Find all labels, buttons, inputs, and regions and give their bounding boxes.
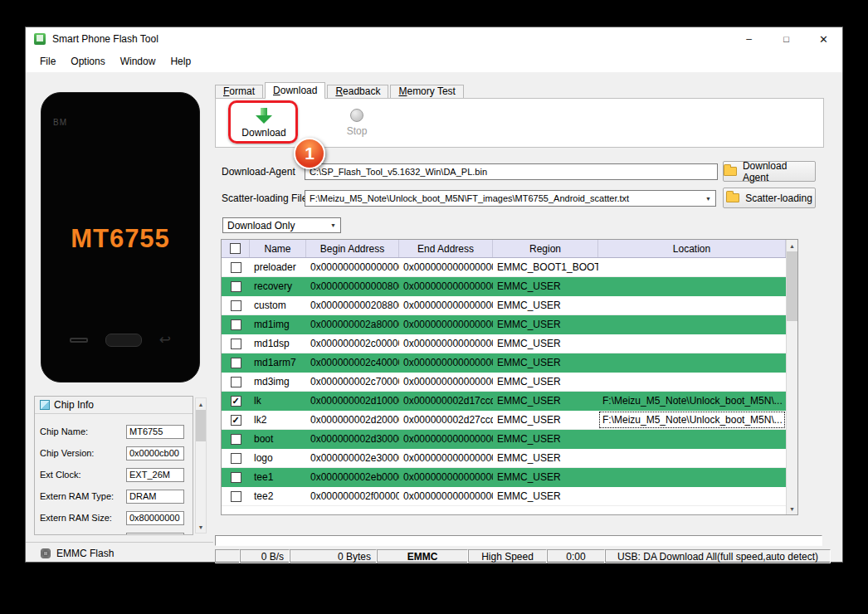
row-checkbox[interactable]: [231, 262, 241, 273]
tab-readback[interactable]: Readback: [327, 85, 388, 98]
row-checkbox[interactable]: [231, 377, 241, 387]
row-checkbox[interactable]: [231, 300, 241, 311]
menu-bar: File Options Window Help: [26, 51, 842, 72]
table-row[interactable]: recovery0x00000000000080000x000000000000…: [222, 277, 786, 296]
row-checkbox[interactable]: [231, 281, 241, 292]
chip-info-header: Chip Info: [35, 397, 193, 414]
window-title: Smart Phone Flash Tool: [52, 33, 158, 45]
scroll-up-icon[interactable]: ▲: [196, 398, 206, 410]
chip-info-fields: Chip Name: Chip Version: Ext Clock: Exte…: [40, 414, 184, 534]
cell-end: 0x0000000000000000: [399, 258, 493, 276]
scatter-loading-button[interactable]: Scatter-loading: [723, 188, 816, 208]
row-checkbox-cell: [222, 449, 250, 467]
table-row[interactable]: logo0x000000002e3000000x0000000000000000…: [222, 449, 786, 468]
chip-version-field[interactable]: [126, 446, 184, 460]
menu-help[interactable]: Help: [163, 51, 198, 72]
row-checkbox[interactable]: [231, 434, 241, 445]
emmc-flash-label: EMMC Flash: [56, 548, 114, 559]
tab-download[interactable]: Download: [265, 82, 325, 100]
row-checkbox[interactable]: ✓: [231, 415, 241, 426]
menu-options[interactable]: Options: [63, 51, 112, 72]
chip-info-scrollbar[interactable]: ▲ ▼: [195, 397, 207, 534]
stop-button[interactable]: Stop: [322, 101, 392, 144]
emmc-flash-section[interactable]: EMMC Flash: [26, 542, 213, 563]
row-checkbox[interactable]: [231, 491, 241, 502]
table-row[interactable]: md1dsp0x000000002c0000000x00000000000000…: [222, 334, 786, 353]
scrollbar-thumb[interactable]: [787, 251, 797, 321]
table-row[interactable]: tee20x000000002f0000000x0000000000000000…: [222, 487, 786, 506]
chip-name-field[interactable]: [126, 425, 184, 439]
download-mode-select[interactable]: Download Only ▼: [222, 217, 341, 233]
cell-location: [598, 296, 786, 314]
phone-menu-icon: [70, 338, 88, 343]
ram-type-field[interactable]: [126, 490, 184, 504]
close-button[interactable]: ✕: [805, 27, 842, 51]
header-end-address[interactable]: End Address: [399, 240, 493, 257]
download-agent-button-label: Download Agent: [743, 160, 815, 183]
cell-end: 0x0000000000000000: [399, 353, 493, 372]
header-region[interactable]: Region: [493, 240, 598, 257]
tab-memory-test[interactable]: Memory Test: [390, 85, 463, 98]
select-all-checkbox[interactable]: [230, 243, 241, 254]
header-begin-address[interactable]: Begin Address: [306, 240, 399, 257]
row-checkbox[interactable]: [231, 358, 241, 368]
ext-clock-field[interactable]: [126, 468, 184, 482]
ram-size-field[interactable]: [126, 511, 184, 525]
ram-size-label: Extern RAM Size:: [40, 513, 126, 523]
maximize-button[interactable]: □: [768, 27, 805, 51]
row-checkbox[interactable]: [231, 319, 241, 330]
menu-file[interactable]: File: [32, 51, 63, 72]
chip-name-row: Chip Name:: [40, 424, 184, 439]
cell-end: 0x0000000000000000: [399, 296, 493, 314]
cell-end: 0x0000000000000000: [399, 430, 493, 448]
row-checkbox-cell: [222, 277, 250, 295]
table-row[interactable]: ✓lk20x000000002d2000000x000000002d27ccdf…: [222, 411, 786, 430]
table-scrollbar[interactable]: ▲ ▼: [786, 240, 797, 514]
table-row[interactable]: md1img0x000000002a8000000x00000000000000…: [222, 315, 786, 334]
download-agent-button[interactable]: Download Agent: [723, 161, 816, 182]
table-row[interactable]: md3img0x000000002c7000000x00000000000000…: [222, 373, 786, 392]
status-bar: 0 B/s 0 Bytes EMMC High Speed 0:00 USB: …: [215, 549, 831, 563]
dropdown-arrow-icon[interactable]: ▼: [701, 191, 715, 206]
cell-end: 0x000000002d17ccdf: [399, 392, 493, 410]
download-agent-input[interactable]: [305, 163, 718, 180]
cell-name: lk2: [250, 411, 306, 429]
cell-location: [598, 487, 786, 505]
table-row[interactable]: ✓lk0x000000002d1000000x000000002d17ccdfE…: [222, 392, 786, 411]
row-checkbox[interactable]: [231, 453, 241, 464]
chip-info-title: Chip Info: [54, 399, 94, 411]
ram-size-row: Extern RAM Size:: [40, 510, 184, 525]
cell-end: 0x0000000000000000: [399, 449, 493, 467]
cell-location: [598, 468, 786, 486]
scatter-file-input[interactable]: F:\Meizu_M5_Note\Unlock_boot_M5N\FT_imag…: [305, 190, 716, 207]
ext-clock-label: Ext Clock:: [40, 470, 126, 480]
menu-window[interactable]: Window: [113, 51, 163, 72]
row-checkbox[interactable]: [231, 339, 241, 349]
table-row[interactable]: custom0x00000000020880000x00000000000000…: [222, 296, 786, 315]
minimize-button[interactable]: –: [730, 27, 768, 51]
scroll-down-icon[interactable]: ▼: [196, 521, 206, 533]
scroll-up-icon[interactable]: ▲: [787, 240, 797, 251]
table-row[interactable]: md1arm70x000000002c4000000x0000000000000…: [222, 353, 786, 373]
header-location[interactable]: Location: [598, 240, 786, 257]
row-checkbox[interactable]: ✓: [231, 396, 241, 407]
scrollbar-thumb[interactable]: [196, 410, 206, 441]
row-checkbox-cell: ✓: [222, 411, 250, 429]
table-row[interactable]: boot0x000000002d3000000x0000000000000000…: [222, 430, 786, 449]
table-row[interactable]: preloader0x00000000000000000x00000000000…: [222, 258, 786, 277]
phone-nav-buttons: ↩: [41, 333, 199, 347]
cell-name: tee2: [250, 487, 306, 505]
row-checkbox-cell: [222, 353, 250, 372]
tab-bar: Format Download Readback Memory Test: [215, 82, 466, 98]
row-checkbox-cell: [222, 258, 250, 276]
clipped-field[interactable]: [126, 533, 184, 536]
tab-format[interactable]: Format: [215, 85, 263, 98]
cell-begin: 0x0000000002088000: [306, 296, 399, 314]
row-checkbox[interactable]: [231, 472, 241, 483]
table-row[interactable]: tee10x000000002eb000000x0000000000000000…: [222, 468, 786, 487]
ext-clock-row: Ext Clock:: [40, 467, 184, 482]
scroll-down-icon[interactable]: ▼: [787, 503, 797, 514]
dropdown-arrow-icon[interactable]: ▼: [326, 218, 340, 232]
stop-button-label: Stop: [347, 125, 368, 137]
header-name[interactable]: Name: [250, 240, 306, 257]
